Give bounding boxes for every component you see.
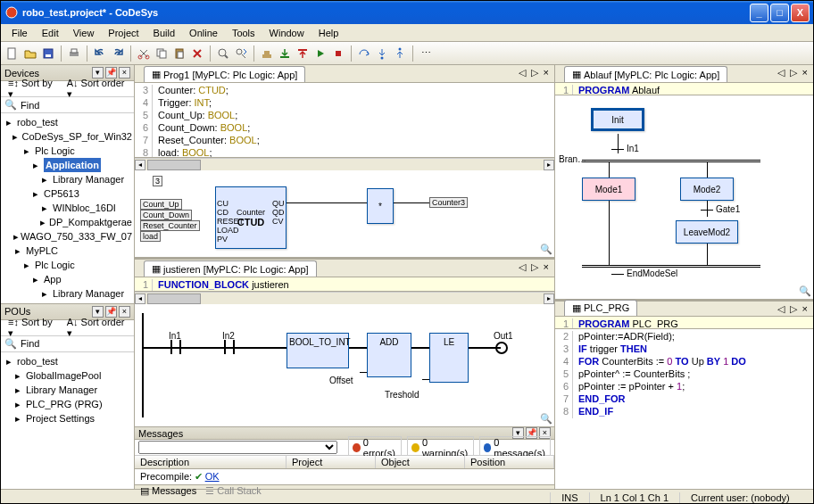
find-icon[interactable]: 🔍 <box>4 338 17 350</box>
plcprg-declaration[interactable]: 1PROGRAM PLC_PRG <box>555 317 813 329</box>
tree-node[interactable]: ▸PLC_PRG (PRG) <box>3 397 132 411</box>
tree-node[interactable]: ▸Library Manager <box>3 172 132 186</box>
tab-next-icon[interactable]: ▷ <box>529 67 540 78</box>
tab-next-icon[interactable]: ▷ <box>788 67 799 78</box>
menu-build[interactable]: Build <box>146 26 182 40</box>
bottom-tab-callstack[interactable]: ☰ Call Stack <box>205 485 262 497</box>
tree-node[interactable]: ▸MyPLC <box>3 244 132 258</box>
sfc-step-init[interactable]: Init <box>591 108 644 131</box>
delete-icon[interactable] <box>189 45 205 62</box>
close-button[interactable]: X <box>791 4 810 22</box>
sfc-step-mode1[interactable]: Mode1 <box>582 178 635 201</box>
zoom-icon[interactable]: 🔍 <box>540 244 552 255</box>
print-icon[interactable] <box>66 45 82 62</box>
col-description[interactable]: Description <box>135 456 287 468</box>
justieren-ladder[interactable]: In1 In2 BOOL_TO_INT ADD LE Out1 Offset T… <box>135 304 554 426</box>
find-icon[interactable]: 🔍 <box>4 99 17 111</box>
var-count-up[interactable]: Count_Up <box>140 199 182 210</box>
col-project[interactable]: Project <box>287 456 376 468</box>
step-into-icon[interactable] <box>374 45 390 62</box>
start-icon[interactable] <box>312 45 328 62</box>
paste-icon[interactable] <box>171 45 187 62</box>
tree-node[interactable]: ▸Project Settings <box>3 411 132 426</box>
tree-node[interactable]: ▸CoDeSys_SP_for_Win32 <box>3 129 132 144</box>
open-icon[interactable] <box>22 45 38 62</box>
tree-node[interactable]: ▸WAGO_750_333_FW_07 <box>3 229 132 244</box>
var-reset-counter[interactable]: Reset_Counter <box>140 220 200 231</box>
message-category-select[interactable] <box>138 441 337 454</box>
col-object[interactable]: Object <box>376 456 465 468</box>
tree-node[interactable]: ▸DP_Kompaktgerae <box>3 215 132 229</box>
block-add[interactable]: ADD <box>367 333 411 377</box>
col-position[interactable]: Position <box>465 456 554 468</box>
tab-justieren[interactable]: ▦ justieren [MyPLC: Plc Logic: App] <box>144 260 317 277</box>
sfc-transition-gate1[interactable]: Gate1 <box>716 204 740 214</box>
var-counter3[interactable]: Counter3 <box>429 197 468 208</box>
prog1-fbd-diagram[interactable]: 3 Count_Up Count_Down Reset_Counter load… <box>135 170 554 260</box>
contact-in2[interactable] <box>224 340 235 354</box>
copy-icon[interactable] <box>154 45 170 62</box>
block-bool-to-int[interactable]: BOOL_TO_INT <box>287 333 349 368</box>
tab-plc-prg[interactable]: ▦ PLC_PRG <box>564 300 637 316</box>
zoom-icon[interactable]: 🔍 <box>799 285 811 297</box>
sfc-transition-in1[interactable]: In1 <box>627 144 639 153</box>
undo-icon[interactable] <box>92 45 108 62</box>
scrollbar-h[interactable]: ◂▸ <box>135 292 554 304</box>
tree-node[interactable]: ▸App <box>3 272 132 286</box>
menu-file[interactable]: File <box>4 26 35 40</box>
tab-close-icon[interactable]: × <box>801 303 810 315</box>
tree-node[interactable]: ▸Application <box>3 158 132 172</box>
menu-project[interactable]: Project <box>101 26 145 40</box>
tab-prev-icon[interactable]: ◁ <box>517 261 527 273</box>
tab-prev-icon[interactable]: ◁ <box>776 303 786 315</box>
tree-node[interactable]: ▸Plc Logic <box>3 144 132 158</box>
login-icon[interactable] <box>277 45 293 62</box>
tab-prog1[interactable]: ▦ Prog1 [MyPLC: Plc Logic: App] <box>144 66 305 82</box>
logout-icon[interactable] <box>295 45 311 62</box>
cut-icon[interactable] <box>136 45 152 62</box>
tree-node[interactable]: ▸robo_test <box>3 354 132 368</box>
tree-node[interactable]: ▸CP5613 <box>3 186 132 201</box>
pous-tree[interactable]: ▸robo_test▸GlobalImagePool▸Library Manag… <box>3 354 132 426</box>
constant-box[interactable]: 3 <box>153 176 162 186</box>
tree-node[interactable]: ▸WINbloc_16DI <box>3 201 132 215</box>
tab-ablauf[interactable]: ▦ Ablauf [MyPLC: Plc Logic: App] <box>564 66 727 82</box>
menu-view[interactable]: View <box>66 26 102 40</box>
sfc-step-leavemod2[interactable]: LeaveMod2 <box>676 220 738 244</box>
menu-window[interactable]: Window <box>262 26 311 40</box>
tree-node[interactable]: ▸Plc Logic <box>3 258 132 272</box>
tab-close-icon[interactable]: × <box>542 67 551 78</box>
devices-tree[interactable]: ▸robo_test▸CoDeSys_SP_for_Win32▸Plc Logi… <box>3 115 132 304</box>
menu-online[interactable]: Online <box>182 26 225 40</box>
block-le[interactable]: LE <box>429 333 469 383</box>
menu-edit[interactable]: Edit <box>35 26 66 40</box>
ablauf-declaration[interactable]: 1PROGRAM Ablauf <box>555 83 813 95</box>
precompile-ok-link[interactable]: OK <box>205 471 220 482</box>
maximize-button[interactable]: □ <box>770 4 789 22</box>
sfc-step-mode2[interactable]: Mode2 <box>680 178 734 201</box>
tab-close-icon[interactable]: × <box>542 261 551 273</box>
tab-next-icon[interactable]: ▷ <box>788 303 799 315</box>
tab-next-icon[interactable]: ▷ <box>529 261 540 273</box>
redo-icon[interactable] <box>110 45 126 62</box>
contact-in1[interactable] <box>170 340 181 354</box>
tab-close-icon[interactable]: × <box>801 67 810 78</box>
stop-icon[interactable] <box>330 45 346 62</box>
tab-prev-icon[interactable]: ◁ <box>517 67 527 78</box>
bottom-tab-messages[interactable]: ▤ Messages <box>140 485 196 497</box>
toolbar-more-icon[interactable]: ⋯ <box>418 45 434 62</box>
prog1-declaration[interactable]: 3Counter: CTUD;4Trigger: INT;5Count_Up: … <box>135 83 554 158</box>
tree-node[interactable]: ▸Library Manager <box>3 383 132 397</box>
save-icon[interactable] <box>40 45 56 62</box>
minimize-button[interactable]: _ <box>750 4 768 22</box>
menu-help[interactable]: Help <box>311 26 346 40</box>
justieren-declaration[interactable]: 1FUNCTION_BLOCK justieren <box>135 277 554 292</box>
ablauf-sfc[interactable]: Init In1 Bran… Mode1 Mode2 Gate1 LeaveMo… <box>555 95 813 299</box>
step-over-icon[interactable] <box>356 45 372 62</box>
plcprg-body[interactable]: 2pPointer:=ADR(Field);3IF trigger THEN4 … <box>555 329 813 489</box>
tree-node[interactable]: ▸GlobalImagePool <box>3 368 132 383</box>
build-icon[interactable] <box>259 45 275 62</box>
menu-tools[interactable]: Tools <box>225 26 262 40</box>
tree-node[interactable]: ▸Library Manager <box>3 286 132 301</box>
var-count-down[interactable]: Count_Down <box>140 210 192 220</box>
